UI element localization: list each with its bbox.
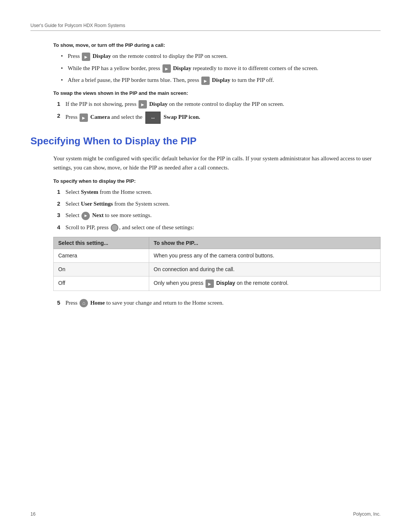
bullet-item-1: Press Display on the remote control to d… bbox=[61, 52, 381, 61]
next-icon bbox=[81, 212, 90, 220]
section3-heading: To specify when to display the PIP: bbox=[53, 178, 381, 184]
step-3-2: 2 Select User Settings from the System s… bbox=[57, 200, 381, 208]
home-icon bbox=[80, 299, 88, 307]
step-3-5: 5 Press Home to save your change and ret… bbox=[57, 299, 381, 308]
table-row: Camera When you press any of the camera … bbox=[54, 249, 381, 263]
col2-header: To show the PIP... bbox=[149, 237, 380, 249]
step-2-1: 1 If the PIP is not showing, press Displ… bbox=[57, 100, 381, 109]
camera-label: Camera bbox=[90, 114, 110, 120]
display-icon-5 bbox=[206, 280, 214, 288]
display-label-3: Display bbox=[212, 77, 230, 83]
display-label-1: Display bbox=[92, 53, 111, 59]
section-specify: To specify when to display the PIP: 1 Se… bbox=[53, 178, 381, 307]
section1-bullets: Press Display on the remote control to d… bbox=[61, 52, 381, 85]
company-name: Polycom, Inc. bbox=[353, 511, 381, 517]
display-icon-4 bbox=[139, 100, 147, 109]
setting-off: Off bbox=[54, 276, 149, 291]
display-label-4: Display bbox=[149, 101, 167, 107]
section1-heading: To show, move, or turn off the PIP durin… bbox=[53, 42, 381, 48]
bullet-item-3: After a brief pause, the PIP border turn… bbox=[61, 76, 381, 85]
step-2-2: 2 Press Camera and select the Swap PIP i… bbox=[57, 112, 381, 124]
swap-pip-icon bbox=[145, 112, 161, 124]
section2-steps: 1 If the PIP is not showing, press Displ… bbox=[57, 100, 381, 124]
display-label-2: Display bbox=[173, 65, 191, 71]
bullet-item-2: While the PIP has a yellow border, press… bbox=[61, 64, 381, 73]
table-header-row: Select this setting... To show the PIP..… bbox=[54, 237, 381, 249]
step-3-3: 3 Select Next to see more settings. bbox=[57, 211, 381, 220]
section-show-move: To show, move, or turn off the PIP durin… bbox=[53, 42, 381, 124]
system-label: System bbox=[81, 189, 98, 195]
user-settings-label: User Settings bbox=[81, 201, 113, 207]
step-3-4: 4 Scroll to PIP, press , and select one … bbox=[57, 223, 381, 232]
next-label: Next bbox=[92, 212, 104, 218]
header-title: User's Guide for Polycom HDX Room System… bbox=[30, 23, 125, 28]
pip-settings-table: Select this setting... To show the PIP..… bbox=[53, 237, 381, 291]
swap-pip-label: Swap PIP icon. bbox=[164, 114, 200, 120]
step-3-1: 1 Select System from the Home screen. bbox=[57, 188, 381, 197]
camera-icon bbox=[80, 113, 88, 122]
step5-list: 5 Press Home to save your change and ret… bbox=[57, 299, 381, 308]
table-row: On On connection and during the call. bbox=[54, 263, 381, 276]
display-icon-3 bbox=[201, 77, 210, 85]
desc-off: Only when you press Display on the remot… bbox=[149, 276, 380, 291]
desc-camera: When you press any of the camera control… bbox=[149, 249, 380, 263]
setting-on: On bbox=[54, 263, 149, 276]
section3-steps: 1 Select System from the Home screen. 2 … bbox=[57, 188, 381, 232]
display-icon-1 bbox=[82, 53, 90, 61]
setting-camera: Camera bbox=[54, 249, 149, 263]
display-label-5: Display bbox=[216, 280, 235, 286]
header-bar: User's Guide for Polycom HDX Room System… bbox=[30, 23, 381, 31]
chapter-title: Specifying When to Display the PIP bbox=[30, 135, 381, 147]
section2-heading: To swap the views shown in the PIP and t… bbox=[53, 90, 381, 96]
table-row: Off Only when you press Display on the r… bbox=[54, 276, 381, 291]
col1-header: Select this setting... bbox=[54, 237, 149, 249]
select-icon bbox=[111, 224, 118, 232]
home-label: Home bbox=[90, 300, 105, 306]
desc-on: On connection and during the call. bbox=[149, 263, 380, 276]
chapter-intro: Your system might be configured with spe… bbox=[53, 154, 381, 172]
page-wrapper: User's Guide for Polycom HDX Room System… bbox=[0, 0, 411, 343]
page-number: 16 bbox=[30, 511, 35, 517]
display-icon-2 bbox=[162, 64, 171, 73]
page-footer: 16 Polycom, Inc. bbox=[30, 511, 381, 517]
